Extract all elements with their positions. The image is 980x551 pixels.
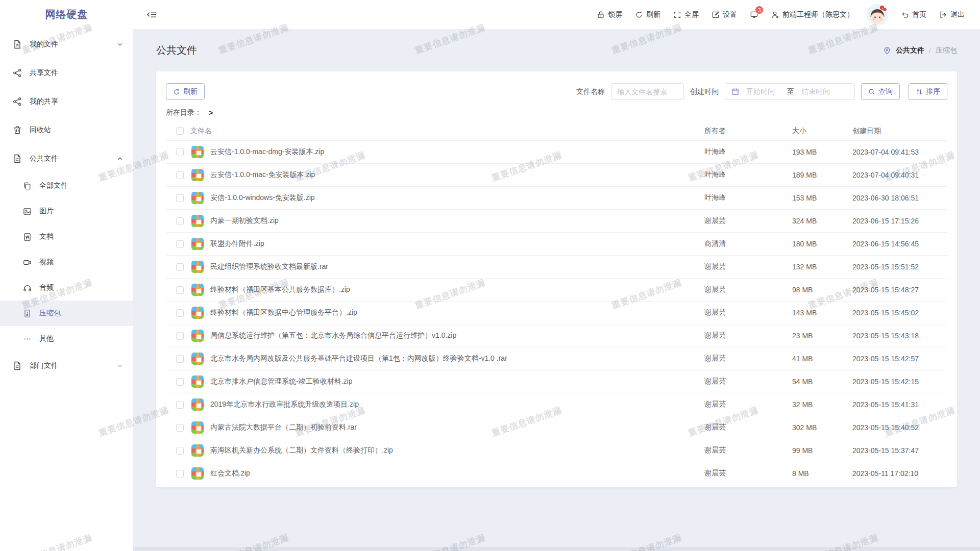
sidebar-item-shared-files[interactable]: 共享文件 xyxy=(0,59,133,87)
file-name[interactable]: 云安信-1.0.0-mac-免安装版本.zip xyxy=(210,170,315,180)
file-name[interactable]: 内蒙古法院大数据平台（二期）初验前资料.rar xyxy=(210,423,357,432)
table-row[interactable]: 北京市排水户信息管理系统-竣工验收材料.zip 谢晨芸 54 MB 2023-0… xyxy=(166,370,947,393)
row-checkbox[interactable] xyxy=(176,378,184,386)
file-date: 2023-07-04 09:40:31 xyxy=(852,171,947,179)
ellipsis-icon xyxy=(22,334,32,343)
file-owner: 谢晨芸 xyxy=(704,285,792,294)
current-directory-label: 所在目录： xyxy=(166,108,202,117)
row-checkbox[interactable] xyxy=(176,424,184,432)
directory-root-arrow[interactable]: > xyxy=(209,109,213,117)
row-checkbox[interactable] xyxy=(176,286,184,294)
collapse-sidebar-icon[interactable] xyxy=(146,9,157,20)
word-doc-icon xyxy=(22,232,32,241)
file-name[interactable]: 北京市排水户信息管理系统-竣工验收材料.zip xyxy=(210,377,352,386)
sidebar-item-all-files[interactable]: 全部文件 xyxy=(0,173,133,198)
table-row[interactable]: 内蒙古法院大数据平台（二期）初验前资料.rar 谢晨芸 302 MB 2023-… xyxy=(166,416,947,439)
sidebar-item-recycle-bin[interactable]: 回收站 xyxy=(0,116,133,144)
row-checkbox[interactable] xyxy=(176,171,184,179)
select-all-checkbox[interactable] xyxy=(176,127,184,135)
date-range-separator: 至 xyxy=(787,87,794,96)
settings-button[interactable]: 设置 xyxy=(712,10,737,19)
sidebar-item-images[interactable]: 图片 xyxy=(0,198,133,224)
avatar-image xyxy=(867,4,888,26)
table-row[interactable]: 云安信-1.0.0-mac-dmg-安装版本.zip 叶海峰 193 MB 20… xyxy=(166,141,947,164)
sidebar-item-department-files[interactable]: 部门文件 xyxy=(0,352,133,380)
table-row[interactable]: 联盟办件附件.zip 商清清 180 MB 2023-06-15 14:56:4… xyxy=(166,233,947,256)
file-name[interactable]: 终验材料（福田区数据中心管理服务平台）.zip xyxy=(210,308,357,317)
date-range-picker[interactable]: 开始时间 至 结束时间 xyxy=(725,83,855,100)
table-row[interactable]: 安信-1.0.0-windows-免安装版.zip 叶海峰 153 MB 202… xyxy=(166,187,947,210)
file-name[interactable]: 局信息系统运行维护（第五包：北京市水务局综合信息平台运行维护）v1.0.zip xyxy=(210,331,456,340)
file-date: 2023-05-15 15:51:52 xyxy=(852,263,947,271)
table-row[interactable]: 北京市水务局内网改版及公共服务基础平台建设项目（第1包：内网改版）终验验文档-v… xyxy=(166,347,947,370)
row-checkbox[interactable] xyxy=(176,263,184,271)
breadcrumb-item-public-files[interactable]: 公共文件 xyxy=(896,46,924,55)
file-name[interactable]: 南海区机关新办公系统（二期）文件资料（终验打印）.zip xyxy=(210,446,393,455)
row-checkbox[interactable] xyxy=(176,355,184,363)
file-owner: 谢晨芸 xyxy=(704,354,792,363)
file-name[interactable]: 云安信-1.0.0-mac-dmg-安装版本.zip xyxy=(210,147,324,157)
sidebar-item-my-shares[interactable]: 我的共享 xyxy=(0,87,133,116)
end-date-placeholder[interactable]: 结束时间 xyxy=(801,87,835,96)
row-checkbox[interactable] xyxy=(176,401,184,409)
table-row[interactable]: 终验材料（福田区基本公共服务数据库）.zip 谢晨芸 98 MB 2023-05… xyxy=(166,279,947,302)
row-checkbox[interactable] xyxy=(176,240,184,248)
file-size: 99 MB xyxy=(792,446,852,455)
sidebar-item-documents[interactable]: 文档 xyxy=(0,224,133,249)
table-row[interactable]: 南海区机关新办公系统（二期）文件资料（终验打印）.zip 谢晨芸 99 MB 2… xyxy=(166,439,947,462)
filename-search-input[interactable] xyxy=(611,83,684,100)
sidebar-item-public-files[interactable]: 公共文件 xyxy=(0,144,133,173)
row-checkbox[interactable] xyxy=(176,332,184,340)
public-files-submenu: 全部文件 图片 文档 视频 音频 xyxy=(0,173,133,352)
table-row[interactable]: 内蒙一期初验文档.zip 谢晨芸 324 MB 2023-06-15 17:15… xyxy=(166,210,947,233)
user-menu[interactable]: 前端工程师（陈思文） xyxy=(771,10,854,19)
sidebar-item-videos[interactable]: 视频 xyxy=(0,249,133,275)
horizontal-scrollbar[interactable] xyxy=(133,547,980,551)
start-date-placeholder[interactable]: 开始时间 xyxy=(746,87,780,96)
file-owner: 谢晨芸 xyxy=(704,400,792,409)
file-name[interactable]: 2019年北京市水行政审批系统升级改造项目.zip xyxy=(210,400,359,409)
file-name[interactable]: 红会文档.zip xyxy=(210,469,250,478)
file-date: 2023-05-15 15:41:31 xyxy=(852,400,947,409)
file-name[interactable]: 民建组织管理系统验收文档最新版.rar xyxy=(210,262,328,271)
notifications-button[interactable]: 3 xyxy=(750,10,758,19)
user-name-label: 前端工程师（陈思文） xyxy=(782,10,854,19)
table-row[interactable]: 云安信-1.0.0-mac-免安装版本.zip 叶海峰 189 MB 2023-… xyxy=(166,164,947,187)
avatar[interactable] xyxy=(867,4,888,26)
row-checkbox[interactable] xyxy=(176,470,184,478)
file-name[interactable]: 终验材料（福田区基本公共服务数据库）.zip xyxy=(210,285,350,294)
row-checkbox[interactable] xyxy=(176,447,184,455)
sidebar-item-label: 视频 xyxy=(39,258,54,267)
lock-screen-button[interactable]: 锁屏 xyxy=(597,10,622,19)
refresh-list-button[interactable]: 刷新 xyxy=(166,83,205,100)
search-button[interactable]: 查询 xyxy=(861,83,900,100)
sidebar-item-label: 其他 xyxy=(39,334,54,343)
sidebar-item-label: 公共文件 xyxy=(30,154,58,163)
row-checkbox[interactable] xyxy=(176,194,184,202)
sidebar-item-archives[interactable]: 压缩包 xyxy=(0,300,133,326)
sidebar-item-my-files[interactable]: 我的文件 xyxy=(0,30,133,59)
notification-badge: 3 xyxy=(755,6,764,14)
sort-button[interactable]: 排序 xyxy=(909,83,947,100)
table-row[interactable]: 民建组织管理系统验收文档最新版.rar 谢晨芸 132 MB 2023-05-1… xyxy=(166,256,947,279)
table-row[interactable]: 红会文档.zip 谢晨芸 8 MB 2023-05-11 17:02:10 xyxy=(166,462,947,485)
logout-button[interactable]: 退出 xyxy=(939,10,965,19)
row-checkbox[interactable] xyxy=(176,217,184,225)
refresh-page-button[interactable]: 刷新 xyxy=(635,10,660,19)
file-date: 2023-07-04 09:41:53 xyxy=(852,148,947,156)
file-name[interactable]: 内蒙一期初验文档.zip xyxy=(210,216,279,226)
file-name[interactable]: 北京市水务局内网改版及公共服务基础平台建设项目（第1包：内网改版）终验验文档-v… xyxy=(210,354,507,363)
sidebar-item-audio[interactable]: 音频 xyxy=(0,275,133,300)
sidebar-item-others[interactable]: 其他 xyxy=(0,326,133,352)
fullscreen-button[interactable]: 全屏 xyxy=(673,10,699,19)
table-row[interactable]: 局信息系统运行维护（第五包：北京市水务局综合信息平台运行维护）v1.0.zip … xyxy=(166,324,947,347)
file-name[interactable]: 联盟办件附件.zip xyxy=(210,239,264,248)
table-row[interactable]: 2019年北京市水行政审批系统升级改造项目.zip 谢晨芸 32 MB 2023… xyxy=(166,393,947,416)
file-name[interactable]: 安信-1.0.0-windows-免安装版.zip xyxy=(210,193,315,203)
table-row[interactable]: 终验材料（福田区数据中心管理服务平台）.zip 谢晨芸 143 MB 2023-… xyxy=(166,302,947,324)
sidebar-item-label: 部门文件 xyxy=(30,361,58,370)
home-button[interactable]: 首页 xyxy=(901,10,926,19)
row-checkbox[interactable] xyxy=(176,148,184,156)
row-checkbox[interactable] xyxy=(176,309,184,317)
zip-file-icon xyxy=(191,307,204,319)
